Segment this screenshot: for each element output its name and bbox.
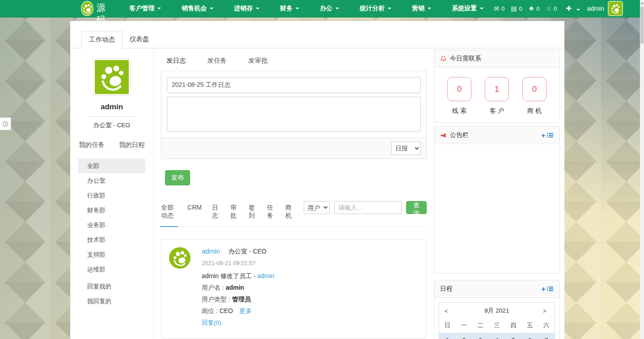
nav-menu-label: 财务: [280, 4, 292, 13]
inbox-counter[interactable]: ✉0: [494, 5, 504, 12]
filter-tab-checkin[interactable]: 签到: [249, 201, 257, 227]
bell-icon: [440, 56, 447, 62]
dept-item-business-dept[interactable]: 业务部: [78, 218, 145, 232]
dept-item-support-dept[interactable]: 支持部: [78, 247, 145, 262]
dept-item-finance-dept[interactable]: 财务部: [78, 203, 145, 218]
calendar-day[interactable]: 7: [538, 333, 555, 339]
vertical-scrollbar[interactable]: [640, 0, 644, 339]
dept-item-all[interactable]: 全部: [78, 159, 145, 173]
filter-tab-crm[interactable]: CRM: [187, 201, 202, 227]
nav-menu-office[interactable]: 办公: [309, 0, 349, 17]
dept-item-ops-dept[interactable]: 运维部: [78, 262, 145, 277]
calendar-next-button[interactable]: >: [543, 308, 549, 314]
nav-menu-label: 营销: [412, 4, 424, 13]
board-counter[interactable]: ▤0: [511, 5, 522, 12]
filter-tab-task[interactable]: 任务: [267, 201, 275, 227]
chevron-down-icon: [335, 8, 339, 9]
composer-tab-log[interactable]: 发日志: [166, 56, 186, 67]
log-type-select[interactable]: 日报: [391, 142, 421, 155]
add-schedule-icon[interactable]: +: [541, 285, 546, 293]
dept-item-tech-dept[interactable]: 技术部: [78, 232, 145, 247]
nav-menu-label: 系统设置: [452, 4, 477, 13]
calendar-day[interactable]: 4: [489, 333, 505, 339]
diamond-counter[interactable]: ❖0: [529, 5, 540, 12]
customers-count[interactable]: 1: [485, 77, 509, 101]
nav-menu-system-settings[interactable]: 系统设置: [441, 0, 494, 17]
feed-user-dept: 办公室 - CEO: [229, 248, 267, 256]
contact-today-title: 今日需联系: [450, 55, 481, 63]
filter-user-select[interactable]: 用户: [304, 201, 330, 214]
feed-timestamp: 2021-08-21 09:51:57: [202, 260, 419, 266]
feed-user-link[interactable]: admin: [202, 247, 220, 255]
filter-search-input[interactable]: [334, 201, 402, 214]
chevron-down-icon: [428, 8, 431, 9]
nav-menu-inventory[interactable]: 进销存: [224, 0, 270, 17]
quick-add-icon[interactable]: ✚: [566, 4, 572, 13]
history-flyout-button[interactable]: [0, 117, 11, 130]
divider: [89, 116, 135, 117]
leads-count[interactable]: 0: [447, 77, 471, 101]
chevron-down-icon: [480, 8, 483, 9]
notice-list-icon[interactable]: [547, 132, 554, 138]
envelope-icon: ✉: [494, 5, 499, 12]
filter-tab-log[interactable]: 日志: [212, 201, 220, 227]
add-notice-icon[interactable]: +: [541, 132, 546, 139]
filter-tab-all[interactable]: 全部动态: [161, 201, 177, 227]
feed-action-target-link[interactable]: admin: [257, 272, 274, 279]
nav-menu-marketing[interactable]: 营销: [402, 0, 441, 17]
current-user-link[interactable]: admin: [587, 5, 604, 12]
feed-item: admin 办公室 - CEO 2021-08-21 09:51:57 admi…: [161, 239, 427, 339]
feed-avatar[interactable]: [169, 247, 191, 269]
dept-item-office[interactable]: 办公室: [78, 173, 145, 188]
feed-action-line: admin 修改了员工 - admin: [202, 272, 419, 280]
quick-add-caret[interactable]: [573, 5, 580, 12]
filter-my-replies[interactable]: 我回复的: [78, 294, 145, 309]
log-content-textarea[interactable]: [167, 97, 421, 132]
calendar-day[interactable]: 6: [521, 333, 538, 339]
my-tasks-link[interactable]: 我的任务: [79, 141, 105, 149]
scroll-up-arrow[interactable]: [640, 0, 644, 6]
diamond-count: 0: [536, 5, 539, 12]
profile-avatar[interactable]: [93, 58, 131, 96]
calendar-prev-button[interactable]: <: [445, 308, 451, 314]
schedule-panel: 日程 + <: [434, 280, 560, 339]
megaphone-icon: [440, 132, 447, 139]
user-avatar[interactable]: [609, 2, 622, 15]
nav-menu-finance[interactable]: 财务: [270, 0, 309, 17]
nav-menu-sales-opportunity[interactable]: 销售机会: [171, 0, 224, 17]
log-title-input[interactable]: [167, 77, 421, 93]
calendar-day[interactable]: 1: [439, 333, 456, 339]
dept-item-admin-dept[interactable]: 行政部: [78, 188, 145, 203]
tab-work-feed[interactable]: 工作动态: [81, 31, 123, 48]
calendar-day[interactable]: 3: [472, 333, 489, 339]
chevron-down-icon: [210, 8, 213, 9]
right-column: 今日需联系 0 线 索 1 客 户 0 商 机: [434, 50, 560, 339]
feed-more-link[interactable]: 更多: [239, 307, 252, 314]
filter-tab-opportunity[interactable]: 商机: [285, 201, 293, 227]
composer-tab-task[interactable]: 发任务: [208, 56, 227, 67]
feed-reply-link[interactable]: 回复(0): [202, 319, 221, 326]
weekday-label: 六: [538, 318, 555, 333]
feed-field-username: 用户名 : admin: [202, 284, 419, 292]
search-button[interactable]: 查询: [406, 201, 427, 214]
nav-menu-statistics[interactable]: 统计分析: [349, 0, 402, 17]
weekday-label: 五: [521, 318, 538, 333]
department-list: 全部 办公室 行政部 财务部 业务部 技术部 支持部 运维部 回复我的 我回复的: [78, 159, 145, 309]
filter-tab-approval[interactable]: 审批: [230, 201, 238, 227]
schedule-list-icon[interactable]: [547, 286, 554, 292]
star-icon: ☆: [546, 5, 551, 12]
brand[interactable]: 98源码: [82, 0, 110, 26]
star-counter[interactable]: ☆0: [546, 5, 557, 12]
notice-board-body: [434, 144, 559, 273]
nav-menu-customer-mgmt[interactable]: 客户管理: [119, 0, 171, 17]
tab-dashboard[interactable]: 仪表盘: [123, 31, 157, 48]
opportunities-count[interactable]: 0: [522, 77, 547, 101]
composer-tab-approval[interactable]: 发审批: [248, 56, 268, 67]
feed-field-usertype: 用户类型 : 管理员: [202, 296, 419, 304]
scrollbar-thumb[interactable]: [640, 7, 644, 43]
my-schedule-link[interactable]: 我的日程: [119, 141, 145, 149]
calendar-day[interactable]: 5: [505, 333, 521, 339]
filter-reply-to-me[interactable]: 回复我的: [78, 279, 145, 294]
calendar-day[interactable]: 2: [456, 333, 472, 339]
publish-button[interactable]: 发布: [165, 170, 190, 185]
